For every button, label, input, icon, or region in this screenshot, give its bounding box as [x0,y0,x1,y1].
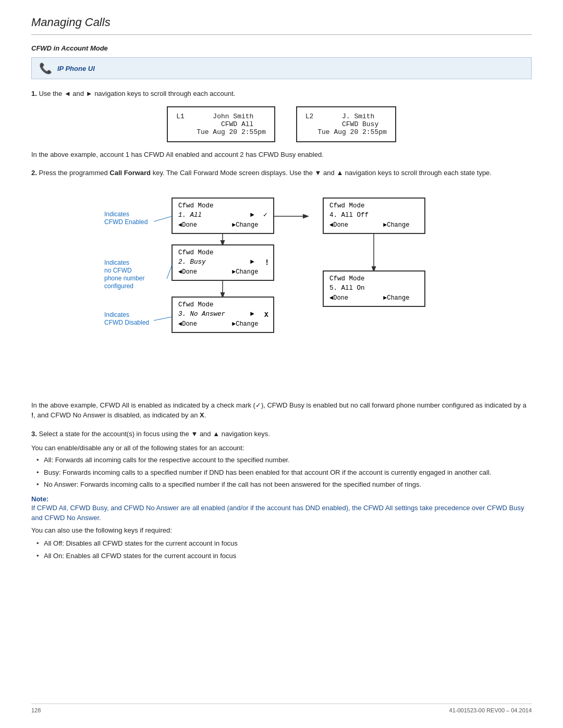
footer-doc: 41-001523-00 REV00 – 04.2014 [449,707,532,713]
ann1-line2: CFWD Enabled [104,218,148,226]
box3-indicator: ► [250,310,254,318]
bullet-allon: All On: Enables all CFWD states for the … [36,551,532,561]
ann2-line1: Indicates [104,259,129,266]
box3-option: 3. No Answer [178,311,226,318]
step1-text: 1. Use the ◄ and ► navigation keys to sc… [31,89,532,99]
screen-l2: L2 J. Smith CFWD Busy Tue Aug 20 2:55pm [296,106,396,142]
box2-change: ►Change [232,268,258,276]
box5-title: Cfwd Mode [329,275,365,282]
note-label: Note: [31,495,532,503]
box4-done: ◄Done [329,221,348,229]
box1-check: ✓ [263,211,267,219]
ip-phone-bar: 📞 IP Phone UI [31,57,532,79]
page-title: Managing Calls [31,16,532,29]
phone-icon: 📞 [39,62,52,75]
top-divider [31,34,532,35]
note-bullets: All Off: Disables all CFWD states for th… [31,538,532,561]
bullet-noanswer: No Answer: Forwards incoming calls to a … [36,479,532,490]
info-text-2: In the above example, CFWD All is enable… [31,400,532,421]
box4-change: ►Change [383,221,409,229]
box3-x: X [264,311,268,319]
step-3: 3. Select a state for the account(s) in … [31,429,532,561]
box3-title: Cfwd Mode [178,301,214,309]
ann2-line2: no CFWD [104,267,132,274]
box2-excl: ! [265,258,269,267]
box5-change: ►Change [383,294,409,302]
box5-option: 5. All On [329,285,365,292]
ann2-line4: configured [104,282,133,290]
box2-option: 2. Busy [178,258,206,266]
screen-l1: L1 John Smith CFWD All Tue Aug 20 2:55pm [167,106,275,142]
step-1: 1. Use the ◄ and ► navigation keys to sc… [31,89,532,142]
bullet-all: All: Forwards all incoming calls for the… [36,455,532,465]
ann3-line2: CFWD Disabled [104,319,149,326]
box3-change: ►Change [232,320,258,328]
box1-title: Cfwd Mode [178,202,214,209]
section-heading: CFWD in Account Mode [31,44,532,52]
box4-option: 4. All Off [329,212,369,219]
ip-phone-label: IP Phone UI [57,65,95,72]
box3-done: ◄Done [178,320,197,328]
screens-row: L1 John Smith CFWD All Tue Aug 20 2:55pm… [31,106,532,142]
step3-sub: You can enable/disable any or all of the… [31,444,532,452]
box4-title: Cfwd Mode [329,202,365,209]
page: Managing Calls CFWD in Account Mode 📞 IP… [0,0,563,728]
footer: 128 41-001523-00 REV00 – 04.2014 [31,704,532,713]
box1-change: ►Change [232,221,258,229]
ann2-line3: phone number [104,275,144,282]
step3-bullets: All: Forwards all incoming calls for the… [31,455,532,490]
ann1-line1: Indicates [104,211,129,218]
cfwd-diagram: Indicates CFWD Enabled Cfwd Mode 1. All … [99,188,464,391]
box1-done: ◄Done [178,221,197,229]
bullet-alloff: All Off: Disables all CFWD states for th… [36,538,532,549]
box5-done: ◄Done [329,294,348,302]
box1-option: 1. All [178,212,202,219]
note-normal-text: You can also use the following keys if r… [31,525,532,536]
conn-ann2 [167,265,172,279]
footer-page: 128 [31,707,41,713]
box2-title: Cfwd Mode [178,249,214,256]
box1-indicator: ► [250,211,254,219]
note-blue-text: If CFWD All, CFWD Busy, and CFWD No Answ… [31,503,532,523]
bullet-busy: Busy: Forwards incoming calls to a speci… [36,467,532,478]
step-2: 2. Press the programmed Call Forward key… [31,168,532,391]
box2-done: ◄Done [178,268,197,276]
ann3-line1: Indicates [104,311,129,318]
conn-ann3 [154,317,172,320]
step2-text: 2. Press the programmed Call Forward key… [31,168,532,178]
info-text-1: In the above example, account 1 has CFWD… [31,150,532,160]
conn-ann1 [154,216,172,221]
note-block: Note: If CFWD All, CFWD Busy, and CFWD N… [31,495,532,561]
box2-indicator: ► [250,258,254,266]
step3-text: 3. Select a state for the account(s) in … [31,429,532,439]
diagram-container: Indicates CFWD Enabled Cfwd Mode 1. All … [31,188,532,391]
